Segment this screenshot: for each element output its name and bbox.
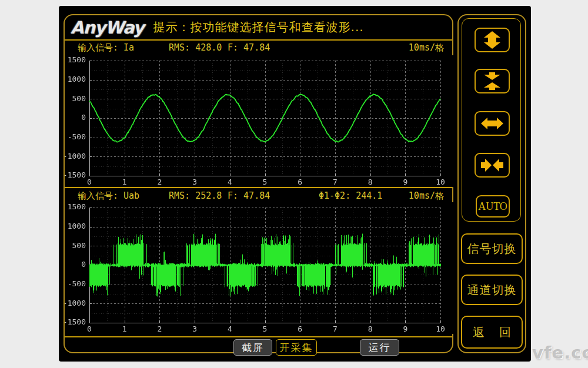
rms-value-label: RMS: 252.8	[169, 190, 222, 201]
timebase-label: 10ms/格	[409, 190, 444, 202]
frequency-label: F: 47.84	[228, 190, 270, 201]
vertical-compress-icon	[482, 72, 503, 90]
vertical-compress-button[interactable]	[475, 69, 510, 93]
horizontal-expand-icon	[481, 116, 503, 131]
rms-value-label: RMS: 428.0	[169, 42, 222, 53]
channel-switch-button[interactable]: 通道切换	[461, 275, 523, 305]
waveform-canvas-voltage	[65, 202, 455, 334]
frequency-label: F: 47.84	[228, 42, 270, 53]
vertical-expand-icon	[482, 31, 503, 49]
horizontal-expand-button[interactable]	[475, 111, 510, 136]
signal-name-label: 输入信号: Ia	[78, 42, 134, 53]
brand-logo: AnyWay	[71, 18, 144, 38]
run-button[interactable]: 运行	[360, 339, 399, 356]
waveform-canvas-current	[65, 55, 455, 187]
auto-button[interactable]: AUTO	[476, 195, 510, 218]
vertical-expand-button[interactable]	[475, 28, 510, 52]
start-acquisition-button[interactable]: 开采集	[276, 339, 317, 356]
separator	[65, 336, 452, 337]
horizontal-compress-icon	[481, 158, 503, 173]
signal-switch-button[interactable]: 信号切换	[461, 233, 523, 264]
main-screen: AnyWay 提示：按功能键选择信号和查看波形... 输入信号: Ia RMS:…	[64, 14, 453, 353]
signal-info-bottom: 输入信号: Uab RMS: 252.8 F: 47.84 Φ1-Φ2: 244…	[65, 188, 452, 203]
signal-name-label: 输入信号: Uab	[78, 190, 139, 202]
screenshot-button[interactable]: 截屏	[233, 339, 272, 356]
analyzer-device-frame: AnyWay 提示：按功能键选择信号和查看波形... 输入信号: Ia RMS:…	[59, 6, 531, 362]
back-label-right: 回	[499, 324, 511, 340]
phase-diff-label: Φ1-Φ2: 244.1	[319, 190, 382, 201]
watermark: vfe.cc	[532, 343, 588, 363]
timebase-label: 10ms/格	[409, 42, 444, 53]
header-bar: AnyWay 提示：按功能键选择信号和查看波形...	[65, 15, 452, 39]
horizontal-compress-button[interactable]	[475, 153, 510, 178]
prompt-message: 提示：按功能键选择信号和查看波形...	[153, 19, 364, 35]
back-button[interactable]: 返 回	[461, 316, 523, 349]
signal-info-top: 输入信号: Ia RMS: 428.0 F: 47.84 10ms/格	[65, 40, 452, 55]
function-key-panel: AUTO 信号切换 通道切换 返 回	[457, 14, 526, 353]
back-label-left: 返	[473, 324, 485, 340]
